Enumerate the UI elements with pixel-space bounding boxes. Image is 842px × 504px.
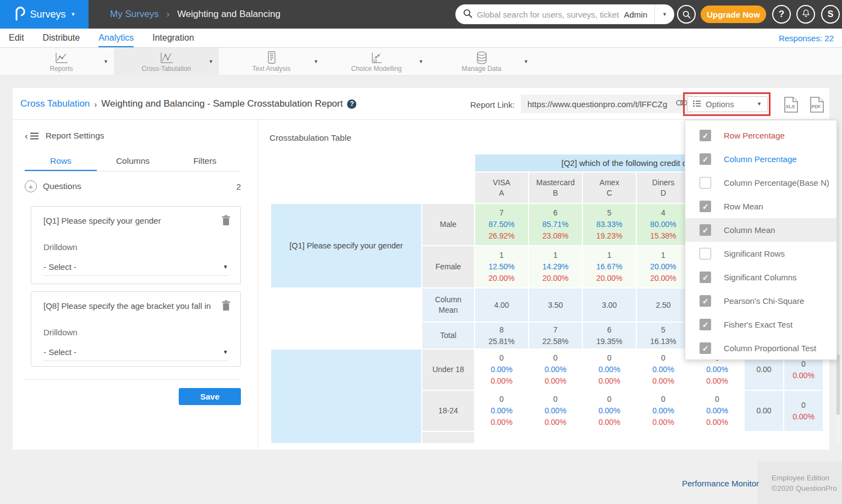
option-item-significant-rows[interactable]: Significant Rows <box>685 242 837 265</box>
checkbox-checked-icon[interactable]: ✓ <box>700 295 711 307</box>
tab-rows[interactable]: Rows <box>25 154 97 171</box>
checkbox-checked-icon[interactable]: ✓ <box>700 201 711 212</box>
chevron-down-icon: ▼ <box>223 350 228 355</box>
user-avatar[interactable]: S <box>821 5 840 24</box>
cross-tabulation-link[interactable]: Cross Tabulation <box>20 98 90 109</box>
checkbox-checked-icon[interactable]: ✓ <box>700 153 711 165</box>
col-header-diners: DinersD <box>637 173 690 203</box>
report-header: Cross Tabulation › Weighting and Balanci… <box>13 88 829 120</box>
delete-question-icon[interactable] <box>222 215 230 228</box>
question-text: [Q8] Please specify the age bracket you … <box>43 301 213 311</box>
drilldown-select[interactable]: - Select - ▼ <box>43 258 228 276</box>
performance-monitor-link[interactable]: Performance Monitor <box>682 479 759 488</box>
add-question-icon[interactable]: + <box>25 180 37 192</box>
delete-question-icon[interactable] <box>222 300 230 313</box>
save-button[interactable]: Save <box>179 388 241 405</box>
toolbar-item-cross-tabulation[interactable]: Cross-Tabulation ▼ <box>114 48 219 76</box>
drilldown-label: Drilldown <box>43 242 78 252</box>
row-label-under-18: Under 18 <box>422 350 474 390</box>
questions-section-header: + Questions 2 <box>25 179 241 193</box>
data-cell: 120.00%20.00% <box>637 246 690 287</box>
search-icon <box>455 9 472 20</box>
option-item-column-proportional-test[interactable]: ✓Column Proportional Test <box>685 336 837 360</box>
row-group-q8-label <box>271 350 421 443</box>
data-cell: 114.29%20.00% <box>529 246 582 287</box>
checkbox-checked-icon[interactable]: ✓ <box>700 272 711 283</box>
collapse-panel-icon[interactable]: ‹ <box>25 131 39 141</box>
scrollbar-thumb[interactable] <box>837 355 840 415</box>
chevron-down-icon: ▼ <box>71 12 76 17</box>
row-group-q1-label: [Q1] Please specify your gender <box>271 204 421 287</box>
toolbar-item-reports[interactable]: Reports ▼ <box>9 48 114 76</box>
product-switcher[interactable]: Surveys ▼ <box>0 0 89 29</box>
report-url[interactable]: https://www.questionpro.com/t/lFFCZg <box>527 99 676 109</box>
notifications-button[interactable] <box>796 5 815 24</box>
checkbox-checked-icon[interactable]: ✓ <box>700 319 711 330</box>
chevron-down-icon[interactable]: ▼ <box>419 59 423 64</box>
title-help-icon[interactable]: ? <box>347 99 356 109</box>
questions-label: Questions <box>43 181 230 191</box>
question-text: [Q1] Please specify your gender <box>43 216 213 225</box>
tab-filters[interactable]: Filters <box>169 154 241 171</box>
tab-distribute[interactable]: Distribute <box>43 29 80 47</box>
option-item-column-mean[interactable]: ✓Column Mean <box>685 218 837 242</box>
data-cell: 787.50%26.92% <box>475 204 528 245</box>
option-label: Row Mean <box>724 202 763 211</box>
data-cell: 112.50%20.00% <box>475 246 528 287</box>
export-xls-button[interactable]: XLS <box>784 96 799 115</box>
options-button[interactable]: Options ▼ <box>687 96 768 112</box>
tab-analytics[interactable]: Analytics <box>98 29 134 47</box>
global-search-input[interactable] <box>472 10 624 19</box>
search-scope-dropdown[interactable]: ▼ <box>654 4 674 24</box>
option-label: Significant Rows <box>724 249 785 258</box>
chevron-down-icon[interactable]: ▼ <box>524 59 529 64</box>
data-cell: 00.00%0.00% <box>475 350 528 390</box>
document-icon <box>219 51 324 65</box>
drilldown-label: Drilldown <box>43 328 78 337</box>
option-item-row-percentage[interactable]: ✓Row Percentage <box>685 124 837 147</box>
page-title: Weighting and Balancing - Sample Crossta… <box>101 98 343 109</box>
option-label: Column Mean <box>724 225 775 235</box>
option-label: Significant Columns <box>724 273 797 282</box>
report-settings-panel: ‹ Report Settings Rows Columns Filters +… <box>13 120 258 450</box>
tab-columns[interactable]: Columns <box>97 154 169 171</box>
help-button[interactable]: ? <box>772 5 791 24</box>
divider <box>25 379 241 380</box>
option-item-fisher-s-exact-test[interactable]: ✓Fisher's Exact Test <box>685 313 837 336</box>
chevron-down-icon[interactable]: ▼ <box>103 59 108 64</box>
drilldown-select[interactable]: - Select - ▼ <box>43 344 228 361</box>
breadcrumb: My Surveys › Weighting and Balancing <box>110 0 280 29</box>
table-scrollbar[interactable] <box>837 355 840 442</box>
responses-count: Responses: 22 <box>779 29 834 48</box>
option-item-column-percentage[interactable]: ✓Column Percentage <box>685 147 837 171</box>
checkbox-checked-icon[interactable]: ✓ <box>700 342 711 354</box>
checkbox-checked-icon[interactable]: ✓ <box>700 130 711 141</box>
report-link-field[interactable]: https://www.questionpro.com/t/lFFCZg <box>521 95 693 113</box>
option-item-column-percentage-base-n[interactable]: Column Percentage(Base N) <box>685 171 837 195</box>
data-cell: 722.58% <box>529 323 582 348</box>
option-item-pearson-s-chi-square[interactable]: ✓Pearson's Chi-Square <box>685 289 837 313</box>
col-header-amex: AmexC <box>583 173 636 203</box>
checkbox-unchecked-icon[interactable] <box>700 248 711 259</box>
checkbox-checked-icon[interactable]: ✓ <box>700 224 711 236</box>
toolbar-item-text-analysis[interactable]: Text Analysis ▼ <box>219 48 324 76</box>
chevron-down-icon[interactable]: ▼ <box>313 59 318 64</box>
checkbox-unchecked-icon[interactable] <box>700 177 711 189</box>
upgrade-now-button[interactable]: Upgrade Now <box>701 5 766 23</box>
row-label-male: Male <box>422 204 474 245</box>
row-mean-cell: 0.00 <box>745 391 783 431</box>
crosstab-title: Crosstabulation Table <box>269 133 351 143</box>
option-item-significant-columns[interactable]: ✓Significant Columns <box>685 265 837 289</box>
option-item-row-mean[interactable]: ✓Row Mean <box>685 195 837 218</box>
tab-integration[interactable]: Integration <box>152 29 194 47</box>
options-dropdown-menu: ✓Row Percentage✓Column PercentageColumn … <box>685 120 837 360</box>
row-label-partial <box>422 432 474 443</box>
toolbar-item-manage-data[interactable]: Manage Data ▼ <box>429 48 534 76</box>
breadcrumb-my-surveys[interactable]: My Surveys <box>110 9 159 20</box>
export-pdf-button[interactable]: PDF <box>810 96 824 115</box>
tab-edit[interactable]: Edit <box>9 29 24 47</box>
chevron-down-icon[interactable]: ▼ <box>208 59 213 64</box>
toolbar-item-choice-modelling[interactable]: Choice Modelling ▼ <box>324 48 429 76</box>
search-submit-button[interactable] <box>677 5 696 24</box>
drilldown-value: - Select - <box>43 347 223 357</box>
